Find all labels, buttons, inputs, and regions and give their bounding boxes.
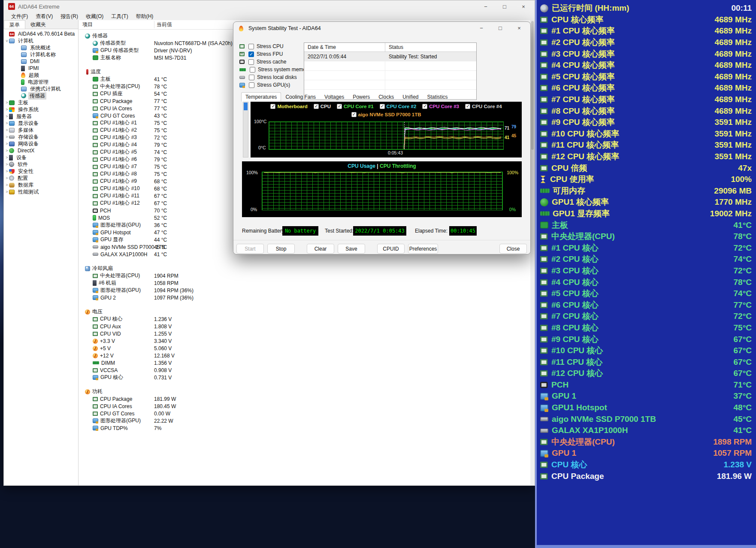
close-button[interactable]: Close	[499, 244, 527, 254]
tree-item[interactable]: >DirectX	[4, 147, 78, 154]
chevron-collapsed-icon[interactable]: >	[5, 100, 9, 105]
tree-item[interactable]: >安全性	[4, 168, 78, 175]
chevron-collapsed-icon[interactable]: >	[5, 142, 9, 146]
tree-item[interactable]: >数据库	[4, 182, 78, 188]
checkbox[interactable]	[248, 51, 254, 57]
chevron-collapsed-icon[interactable]: >	[5, 128, 9, 132]
tree-item[interactable]: >网络设备	[4, 140, 78, 147]
chevron-collapsed-icon[interactable]: >	[5, 135, 9, 139]
checkbox[interactable]	[248, 44, 254, 49]
chart-scrollbar-thumb[interactable]	[244, 103, 248, 110]
tree-item[interactable]: IPMI	[4, 65, 78, 72]
chevron-collapsed-icon[interactable]: >	[5, 148, 9, 153]
menu-item[interactable]: 查看(V)	[32, 13, 57, 20]
chevron-collapsed-icon[interactable]: >	[5, 155, 9, 160]
tree-item[interactable]: 计算机名称	[4, 51, 78, 58]
dialog-tab[interactable]: Voltages	[320, 92, 348, 102]
stop-button[interactable]: Stop	[267, 244, 295, 254]
tree-item[interactable]: DMI	[4, 58, 78, 65]
dialog-tab[interactable]: Clocks	[374, 92, 398, 102]
tree-item[interactable]: 超频	[4, 72, 78, 79]
tree-item[interactable]: 电源管理	[4, 79, 78, 85]
checkbox[interactable]	[248, 59, 254, 65]
sidebar-tab[interactable]: 菜单	[4, 20, 25, 29]
menu-item[interactable]: 帮助(H)	[132, 13, 157, 20]
chevron-collapsed-icon[interactable]: >	[5, 176, 9, 180]
table-row[interactable]: GPU 核心0.731 V	[79, 374, 530, 381]
chevron-collapsed-icon[interactable]: >	[5, 162, 9, 167]
tree-item[interactable]: >操作系统	[4, 106, 78, 113]
preferences-button[interactable]: Preferences	[408, 244, 438, 254]
tree-item[interactable]: >配置	[4, 175, 78, 182]
table-row[interactable]: 图形处理器(GPU)22.22 W	[79, 417, 530, 424]
chevron-collapsed-icon[interactable]: >	[5, 190, 9, 194]
maximize-button[interactable]: □	[491, 22, 510, 34]
table-row[interactable]: VCCSA0.908 V	[79, 366, 530, 374]
table-row[interactable]: +5 V5.060 V	[79, 345, 530, 352]
tree-item[interactable]: 传感器	[4, 92, 78, 99]
menu-item[interactable]: 工具(T)	[107, 13, 132, 20]
tree-item[interactable]: >主板	[4, 99, 78, 106]
tree-item[interactable]: >性能测试	[4, 188, 78, 195]
tree-item[interactable]: >显示设备	[4, 120, 78, 127]
table-row[interactable]: CPU Package181.99 W	[79, 395, 530, 403]
tree-item[interactable]: 便携式计算机	[4, 85, 78, 92]
table-row[interactable]: DIMM1.356 V	[79, 359, 530, 366]
tree-item[interactable]: >设备	[4, 154, 78, 161]
tree-item[interactable]: 系统概述	[4, 44, 78, 51]
sidebar-tab[interactable]: 收藏夹	[25, 20, 51, 29]
legend-checkbox[interactable]	[314, 104, 319, 109]
dialog-tab[interactable]: Cooling Fans	[281, 92, 320, 102]
tree-item[interactable]: >软件	[4, 161, 78, 168]
table-row[interactable]: CPU GT Cores0.00 W	[79, 410, 530, 417]
chevron-collapsed-icon[interactable]: >	[5, 121, 9, 125]
tree-item[interactable]: AIDA64 v6.70.6014 Beta	[4, 30, 78, 37]
table-row[interactable]: GPU TDP%7%	[79, 424, 530, 432]
dialog-tab[interactable]: Statistics	[423, 92, 452, 102]
table-row[interactable]: +3.3 V3.340 V	[79, 337, 530, 345]
main-scrollbar-thumb[interactable]	[531, 21, 534, 150]
maximize-button[interactable]: □	[495, 0, 514, 12]
table-row[interactable]: 图形处理器(GPU)1094 RPM (36%)	[79, 287, 530, 294]
chevron-collapsed-icon[interactable]: >	[5, 107, 9, 112]
table-row[interactable]: CPU 核心1.236 V	[79, 315, 530, 323]
cpuid-button[interactable]: CPUID	[377, 244, 405, 254]
main-scrollbar[interactable]	[530, 20, 535, 485]
table-row[interactable]: GPU 21097 RPM (36%)	[79, 294, 530, 301]
tree-item[interactable]: >服务器	[4, 113, 78, 120]
table-row[interactable]: CPU IA Cores180.45 W	[79, 403, 530, 410]
tree-item[interactable]: >多媒体	[4, 127, 78, 133]
table-row[interactable]: CPU Aux1.808 V	[79, 323, 530, 330]
chevron-collapsed-icon[interactable]: >	[5, 169, 9, 173]
tree-item[interactable]: >存储设备	[4, 133, 78, 140]
table-row[interactable]: #6 机箱1058 RPM	[79, 279, 530, 287]
legend-checkbox[interactable]	[351, 112, 357, 117]
minimize-button[interactable]: −	[472, 22, 491, 34]
chevron-expanded-icon[interactable]: v	[5, 39, 9, 43]
chart-scrollbar[interactable]	[243, 102, 248, 157]
dialog-tab[interactable]: Unified	[398, 92, 423, 102]
chevron-collapsed-icon[interactable]: >	[5, 183, 9, 187]
tree-item[interactable]: v计算机	[4, 37, 78, 44]
checkbox[interactable]	[249, 82, 254, 88]
table-row[interactable]: +12 V12.168 V	[79, 352, 530, 359]
menu-item[interactable]: 报告(R)	[57, 13, 82, 20]
table-row[interactable]: CPU VID1.255 V	[79, 330, 530, 337]
chevron-collapsed-icon[interactable]: >	[5, 114, 9, 118]
legend-checkbox[interactable]	[380, 104, 385, 109]
clear-button[interactable]: Clear	[307, 244, 334, 254]
legend-checkbox[interactable]	[270, 104, 275, 109]
checkbox[interactable]	[249, 75, 254, 80]
minimize-button[interactable]: −	[476, 0, 495, 12]
close-button[interactable]: ×	[514, 0, 533, 12]
save-button[interactable]: Save	[338, 244, 365, 254]
dialog-tab[interactable]: Powers	[348, 92, 374, 102]
menu-item[interactable]: 收藏(O)	[82, 13, 107, 20]
close-button[interactable]: ×	[510, 22, 529, 34]
log-row[interactable]: 2022/7/1 0:05:44Stability Test: Started	[304, 52, 476, 61]
menu-item[interactable]: 文件(F)	[7, 13, 32, 20]
dialog-tab[interactable]: Temperatures	[241, 92, 281, 102]
table-row[interactable]: 中央处理器(CPU)1904 RPM	[79, 272, 530, 279]
legend-checkbox[interactable]	[337, 104, 342, 109]
legend-checkbox[interactable]	[422, 104, 427, 109]
